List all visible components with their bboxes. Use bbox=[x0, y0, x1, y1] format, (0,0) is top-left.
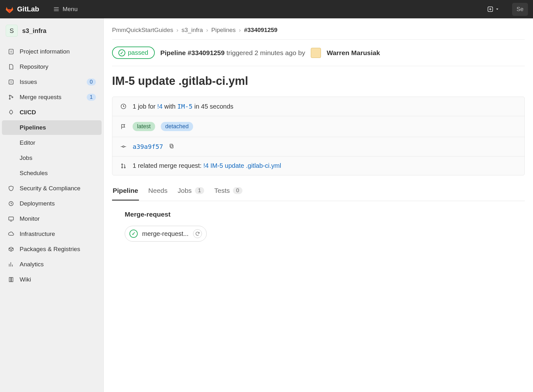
tab-pipeline[interactable]: Pipeline bbox=[112, 184, 139, 201]
pipeline-graph: Merge-request merge-request... bbox=[112, 201, 525, 251]
pipeline-header: passed Pipeline #334091259 triggered 2 m… bbox=[112, 40, 525, 66]
hamburger-icon bbox=[53, 6, 60, 12]
sidebar-editor[interactable]: Editor bbox=[2, 136, 102, 150]
pipeline-info-box: 1 job for !4 with IM-5 in 45 seconds lat… bbox=[112, 97, 525, 175]
tab-jobs[interactable]: Jobs1 bbox=[177, 184, 205, 200]
breadcrumb-project[interactable]: s3_infra bbox=[182, 27, 203, 34]
sidebar-issues[interactable]: Issues 0 bbox=[2, 75, 102, 89]
copy-sha-button[interactable] bbox=[169, 143, 174, 150]
gitlab-icon bbox=[5, 5, 14, 14]
sidebar-item-label: CI/CD bbox=[20, 109, 96, 116]
user-name[interactable]: Warren Marusiak bbox=[327, 49, 380, 57]
sidebar-cicd[interactable]: CI/CD bbox=[2, 105, 102, 120]
svg-point-6 bbox=[12, 97, 13, 98]
project-avatar: S bbox=[6, 25, 18, 37]
jobs-tab-count: 1 bbox=[195, 187, 204, 194]
pipeline-tabs: Pipeline Needs Jobs1 Tests0 bbox=[112, 175, 525, 201]
job-pill[interactable]: merge-request... bbox=[125, 226, 207, 242]
merge-icon bbox=[8, 94, 15, 101]
search-input[interactable]: Se bbox=[512, 3, 528, 16]
job-retry-button[interactable] bbox=[193, 229, 202, 238]
tab-needs[interactable]: Needs bbox=[148, 184, 168, 200]
pipeline-id: #334091259 bbox=[188, 49, 225, 56]
tag-latest: latest bbox=[133, 122, 155, 131]
mr-link[interactable]: !4 bbox=[157, 103, 163, 110]
svg-rect-11 bbox=[171, 145, 173, 148]
check-circle-icon bbox=[118, 49, 125, 56]
new-dropdown[interactable] bbox=[487, 6, 499, 12]
sidebar-monitor[interactable]: Monitor bbox=[2, 212, 102, 226]
rocket-icon bbox=[8, 109, 15, 116]
sidebar: S s3_infra Project information Repositor… bbox=[0, 18, 104, 392]
pipeline-status-badge[interactable]: passed bbox=[112, 47, 155, 59]
sidebar-jobs[interactable]: Jobs bbox=[2, 151, 102, 165]
svg-point-4 bbox=[9, 95, 10, 96]
sidebar-item-label: Security & Compliance bbox=[20, 185, 96, 192]
menu-button[interactable]: Menu bbox=[53, 6, 78, 13]
sidebar-infrastructure[interactable]: Infrastructure bbox=[2, 227, 102, 241]
gitlab-logo[interactable]: GitLab bbox=[5, 5, 39, 14]
breadcrumb-section[interactable]: Pipelines bbox=[211, 27, 236, 34]
pipeline-status-text: passed bbox=[128, 49, 148, 56]
job-name: merge-request... bbox=[142, 230, 189, 237]
file-icon bbox=[8, 63, 15, 70]
sidebar-item-label: Merge requests bbox=[20, 94, 82, 101]
project-name: s3_infra bbox=[22, 27, 47, 35]
pipeline-triggered-text: triggered 2 minutes ago by bbox=[225, 49, 305, 56]
sidebar-item-label: Infrastructure bbox=[20, 231, 96, 237]
sidebar-project-information[interactable]: Project information bbox=[2, 44, 102, 59]
deployment-icon bbox=[8, 200, 15, 207]
job-status-icon bbox=[129, 230, 138, 238]
pipeline-title-prefix: Pipeline bbox=[160, 49, 188, 56]
breadcrumb-group[interactable]: PmmQuickStartGuides bbox=[112, 27, 173, 34]
main-content: PmmQuickStartGuides › s3_infra › Pipelin… bbox=[104, 18, 533, 392]
breadcrumb-separator: › bbox=[176, 27, 178, 34]
merge-request-icon bbox=[120, 163, 127, 169]
svg-point-15 bbox=[124, 167, 125, 168]
breadcrumb-separator: › bbox=[239, 27, 241, 34]
cloud-icon bbox=[8, 231, 15, 237]
sidebar-analytics[interactable]: Analytics bbox=[2, 257, 102, 272]
book-icon bbox=[8, 276, 15, 283]
sidebar-pipelines[interactable]: Pipelines bbox=[2, 120, 102, 135]
chart-icon bbox=[8, 261, 15, 268]
branch-link[interactable]: IM-5 bbox=[177, 103, 192, 110]
tab-tests[interactable]: Tests0 bbox=[214, 184, 243, 200]
svg-rect-12 bbox=[170, 144, 172, 147]
breadcrumb-current: #334091259 bbox=[244, 27, 278, 34]
sidebar-deployments[interactable]: Deployments bbox=[2, 196, 102, 211]
sidebar-item-label: Deployments bbox=[20, 200, 96, 207]
jobs-text: 1 job for !4 with IM-5 in 45 seconds bbox=[133, 103, 233, 110]
sidebar-item-label: Issues bbox=[20, 79, 82, 85]
sidebar-wiki[interactable]: Wiki bbox=[2, 272, 102, 287]
tag-detached: detached bbox=[161, 122, 193, 131]
sidebar-security[interactable]: Security & Compliance bbox=[2, 181, 102, 196]
issues-count-badge: 0 bbox=[87, 79, 96, 85]
sidebar-schedules[interactable]: Schedules bbox=[2, 166, 102, 180]
mr-count-badge: 1 bbox=[87, 94, 96, 101]
related-mr-link[interactable]: !4 IM-5 update .gitlab-ci.yml bbox=[203, 162, 281, 169]
info-icon bbox=[8, 48, 15, 55]
svg-point-10 bbox=[123, 146, 124, 148]
menu-label: Menu bbox=[63, 6, 78, 13]
svg-point-3 bbox=[10, 81, 11, 82]
project-header[interactable]: S s3_infra bbox=[0, 22, 103, 40]
flag-icon bbox=[120, 123, 127, 130]
pipeline-related-mr-row: 1 related merge request: !4 IM-5 update … bbox=[112, 156, 524, 175]
sidebar-item-label: Packages & Registries bbox=[20, 246, 96, 253]
sidebar-nav: Project information Repository Issues 0 … bbox=[0, 44, 103, 287]
svg-point-13 bbox=[122, 164, 122, 165]
chevron-down-icon bbox=[495, 7, 499, 11]
commit-sha-link[interactable]: a39a9f57 bbox=[133, 143, 163, 150]
sidebar-packages[interactable]: Packages & Registries bbox=[2, 242, 102, 256]
breadcrumb-separator: › bbox=[206, 27, 208, 34]
topbar: GitLab Menu Se bbox=[0, 0, 533, 18]
sidebar-merge-requests[interactable]: Merge requests 1 bbox=[2, 90, 102, 104]
commit-title: IM-5 update .gitlab-ci.yml bbox=[112, 74, 525, 88]
pipeline-title: Pipeline #334091259 triggered 2 minutes … bbox=[160, 49, 305, 57]
user-avatar[interactable] bbox=[311, 48, 321, 58]
tests-tab-count: 0 bbox=[233, 187, 242, 194]
sidebar-repository[interactable]: Repository bbox=[2, 60, 102, 74]
sidebar-item-label: Wiki bbox=[20, 276, 96, 283]
issues-icon bbox=[8, 79, 15, 85]
